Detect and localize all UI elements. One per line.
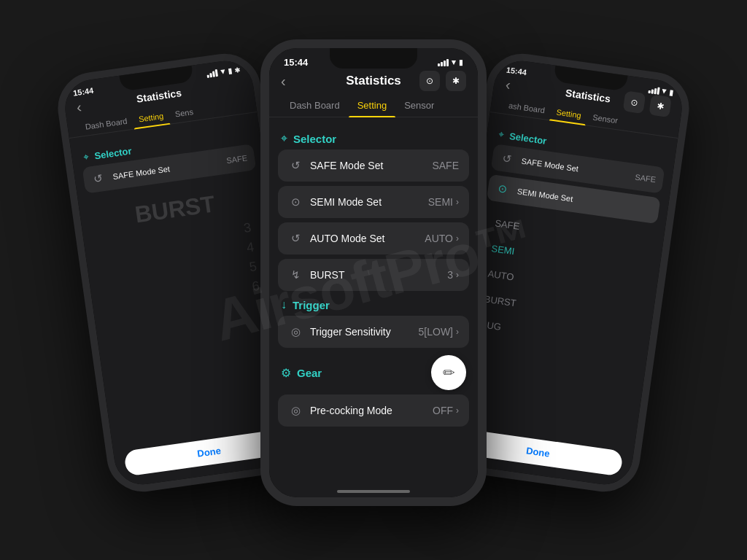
right-selector-icon: ⌖ <box>498 128 504 141</box>
right-safe-value: SAFE <box>635 172 657 184</box>
center-gear-title: Gear <box>297 367 322 379</box>
right-wifi-icon: ▾ <box>662 87 667 97</box>
right-signal <box>648 85 659 94</box>
phone-center-screen: 15:44 ▾ ▮ ‹ Statistics <box>269 48 478 497</box>
center-sensitivity-label: Trigger Sensitivity <box>310 326 391 338</box>
right-bluetooth-btn-icon: ✱ <box>656 101 665 112</box>
center-bluetooth-btn-icon: ✱ <box>452 76 460 86</box>
right-selector-title: Selector <box>508 131 547 147</box>
left-burst-6: 6 <box>251 279 260 295</box>
right-semi-icon: ⊙ <box>495 182 511 197</box>
center-semi-left: ⊙ SEMI Mode Set <box>288 195 382 209</box>
center-gear-header: ⚙ Gear ✏ <box>269 348 478 394</box>
right-battery-icon: ▮ <box>669 88 674 97</box>
right-semi-left: ⊙ SEMI Mode Set <box>495 182 574 206</box>
left-wifi-icon: ▾ <box>220 67 225 77</box>
center-precocking-value: OFF <box>433 405 453 416</box>
center-precocking-right: OFF › <box>433 405 459 416</box>
center-auto-left: ↺ AUTO Mode Set <box>288 232 384 245</box>
center-burst-left: ↯ BURST <box>288 268 344 281</box>
right-time: 15:44 <box>506 65 527 77</box>
center-auto-icon: ↺ <box>288 232 303 245</box>
center-auto-label: AUTO Mode Set <box>310 233 384 244</box>
center-trigger-title: Trigger <box>293 299 330 311</box>
center-sensitivity-item[interactable]: ◎ Trigger Sensitivity 5[LOW] › <box>278 316 469 348</box>
center-signal <box>438 59 449 66</box>
left-safe-label: SAFE Mode Set <box>112 164 171 181</box>
center-burst-value: 3 <box>447 269 453 281</box>
center-time: 15:44 <box>284 57 308 68</box>
center-gear-action-button[interactable]: ✏ <box>431 355 466 390</box>
right-semi-label: SEMI Mode Set <box>516 187 573 203</box>
left-battery-icon: ▮ <box>227 66 232 75</box>
center-wifi-icon: ▾ <box>452 58 456 67</box>
center-semi-label: SEMI Mode Set <box>310 196 382 208</box>
left-selector-icon: ⌖ <box>83 151 90 163</box>
center-safe-left: ↺ SAFE Mode Set <box>288 159 383 172</box>
center-precocking-item[interactable]: ◎ Pre-cocking Mode OFF › <box>278 394 469 427</box>
center-sensitivity-icon: ◎ <box>288 325 303 338</box>
center-semi-right: SEMI › <box>428 196 459 208</box>
center-header-icons: ⊙ ✱ <box>419 71 466 91</box>
center-signal-bar-3 <box>444 61 446 66</box>
center-semi-item[interactable]: ⊙ SEMI Mode Set SEMI › <box>278 186 469 218</box>
signal-bar-1 <box>207 74 210 77</box>
left-safe-value: SAFE <box>226 153 248 165</box>
left-bluetooth-icon: ✱ <box>234 66 241 74</box>
left-burst-4: 4 <box>246 239 255 255</box>
center-home-indicator <box>337 490 410 493</box>
left-tab-sensor[interactable]: Sens <box>168 102 200 123</box>
phone-center: 15:44 ▾ ▮ ‹ Statistics <box>260 39 487 506</box>
center-safe-icon: ↺ <box>288 159 303 172</box>
center-trigger-list: ◎ Trigger Sensitivity 5[LOW] › <box>269 316 478 348</box>
center-selector-title: Selector <box>293 133 336 145</box>
right-wifi-btn-icon: ⊙ <box>630 97 639 108</box>
right-status-icons: ▾ ▮ <box>648 85 674 98</box>
signal-bar-4 <box>215 69 218 76</box>
center-battery-icon: ▮ <box>459 58 463 66</box>
center-selector-list: ↺ SAFE Mode Set SAFE ⊙ SEMI Mode Set SEM… <box>269 149 478 291</box>
center-tab-dashboard[interactable]: Dash Board <box>281 94 349 117</box>
center-signal-bar-1 <box>438 63 440 66</box>
right-safe-icon: ↺ <box>499 151 515 166</box>
center-semi-value: SEMI <box>428 196 453 208</box>
center-back-button[interactable]: ‹ <box>281 73 286 90</box>
center-status-icons: ▾ ▮ <box>438 58 463 67</box>
center-signal-bar-4 <box>446 59 449 66</box>
center-sensitivity-left: ◎ Trigger Sensitivity <box>288 325 391 338</box>
center-sensitivity-right: 5[LOW] › <box>419 326 459 338</box>
center-auto-right: AUTO › <box>425 233 459 244</box>
center-safe-label: SAFE Mode Set <box>310 160 383 171</box>
center-auto-item[interactable]: ↺ AUTO Mode Set AUTO › <box>278 222 469 254</box>
center-wifi-btn[interactable]: ⊙ <box>419 71 440 91</box>
left-burst-5: 5 <box>248 259 258 275</box>
center-tab-setting[interactable]: Setting <box>349 94 395 117</box>
center-precocking-left: ◎ Pre-cocking Mode <box>288 404 392 417</box>
center-selector-header: ⌖ Selector <box>269 125 478 149</box>
left-safe-icon: ↺ <box>90 171 107 187</box>
center-trigger-section-icon: ↓ <box>281 298 287 311</box>
left-selector-title: Selector <box>93 145 132 161</box>
center-burst-icon: ↯ <box>288 268 303 281</box>
center-precocking-icon: ◎ <box>288 404 303 417</box>
center-precocking-label: Pre-cocking Mode <box>310 405 392 416</box>
center-gear-list: ◎ Pre-cocking Mode OFF › <box>269 394 478 427</box>
center-selector-section-icon: ⌖ <box>281 132 287 145</box>
center-semi-icon: ⊙ <box>288 195 303 209</box>
center-signal-bar-2 <box>441 62 443 66</box>
center-sensitivity-chevron: › <box>456 327 459 337</box>
right-safe-label: SAFE Mode Set <box>521 157 579 174</box>
center-phone-notch <box>330 48 417 69</box>
center-wifi-btn-icon: ⊙ <box>426 76 433 86</box>
center-safe-value: SAFE <box>432 160 459 171</box>
center-tab-sensor[interactable]: Sensor <box>395 94 443 117</box>
phones-container: AirsoftPro™ 15:44 ▾ ▮ ✱ <box>45 18 702 542</box>
right-selector-options: SAFE SEMI AUTO BURST AUG <box>458 203 665 365</box>
left-time: 15:44 <box>72 85 94 97</box>
center-safe-item[interactable]: ↺ SAFE Mode Set SAFE <box>278 149 469 182</box>
center-auto-value: AUTO <box>425 233 453 244</box>
center-bluetooth-btn[interactable]: ✱ <box>446 71 466 91</box>
center-burst-item[interactable]: ↯ BURST 3 › <box>278 259 469 291</box>
center-gear-header-left: ⚙ Gear <box>281 366 322 380</box>
center-gear-section-icon: ⚙ <box>281 366 291 380</box>
